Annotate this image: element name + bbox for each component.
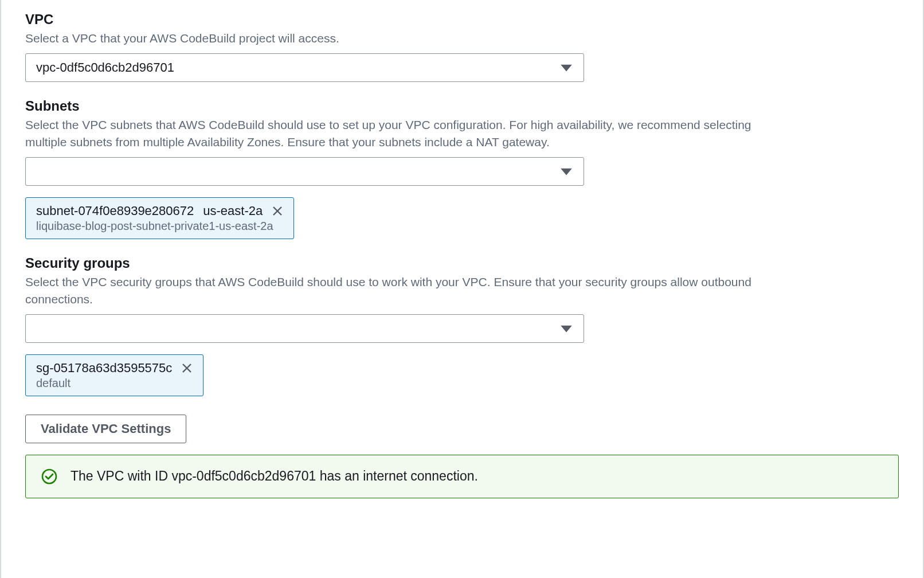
chevron-down-icon — [561, 325, 572, 333]
subnet-token-name: liquibase-blog-post-subnet-private1-us-e… — [36, 220, 283, 233]
vpc-validation-success-alert: The VPC with ID vpc-0df5c0d6cb2d96701 ha… — [25, 455, 899, 498]
success-check-icon — [41, 468, 58, 485]
svg-point-7 — [42, 470, 56, 483]
security-group-token: sg-05178a63d3595575c default — [25, 354, 203, 396]
security-groups-select[interactable] — [25, 314, 584, 343]
vpc-field: VPC Select a VPC that your AWS CodeBuild… — [25, 11, 899, 82]
security-groups-description: Select the VPC security groups that AWS … — [25, 274, 782, 307]
chevron-down-icon — [561, 169, 572, 177]
chevron-down-icon — [561, 65, 572, 73]
security-group-token-remove-button[interactable] — [181, 362, 193, 374]
subnet-token-az: us-east-2a — [203, 204, 263, 218]
vpc-validation-message: The VPC with ID vpc-0df5c0d6cb2d96701 ha… — [71, 468, 478, 484]
subnet-token-remove-button[interactable] — [272, 205, 283, 217]
validate-vpc-settings-button[interactable]: Validate VPC Settings — [25, 415, 186, 443]
vpc-select[interactable]: vpc-0df5c0d6cb2d96701 — [25, 53, 584, 82]
vpc-settings-panel: VPC Select a VPC that your AWS CodeBuild… — [0, 0, 924, 578]
vpc-select-value: vpc-0df5c0d6cb2d96701 — [36, 60, 174, 75]
svg-marker-1 — [561, 169, 572, 175]
subnets-field: Subnets Select the VPC subnets that AWS … — [25, 98, 899, 239]
subnet-token-id: subnet-074f0e8939e280672 — [36, 204, 194, 218]
security-groups-field: Security groups Select the VPC security … — [25, 255, 899, 396]
subnets-label: Subnets — [25, 98, 899, 114]
validate-row: Validate VPC Settings — [25, 412, 899, 443]
close-icon — [272, 205, 283, 217]
vpc-label: VPC — [25, 11, 899, 28]
subnets-description: Select the VPC subnets that AWS CodeBuil… — [25, 116, 782, 150]
security-groups-label: Security groups — [25, 255, 899, 271]
svg-marker-0 — [561, 65, 572, 72]
subnet-token: subnet-074f0e8939e280672 us-east-2a liqu… — [25, 197, 294, 239]
svg-marker-4 — [561, 325, 572, 332]
security-group-token-name: default — [36, 377, 193, 390]
close-icon — [181, 362, 193, 374]
security-group-token-id: sg-05178a63d3595575c — [36, 361, 172, 376]
subnets-select[interactable] — [25, 157, 584, 186]
vpc-description: Select a VPC that your AWS CodeBuild pro… — [25, 30, 782, 46]
